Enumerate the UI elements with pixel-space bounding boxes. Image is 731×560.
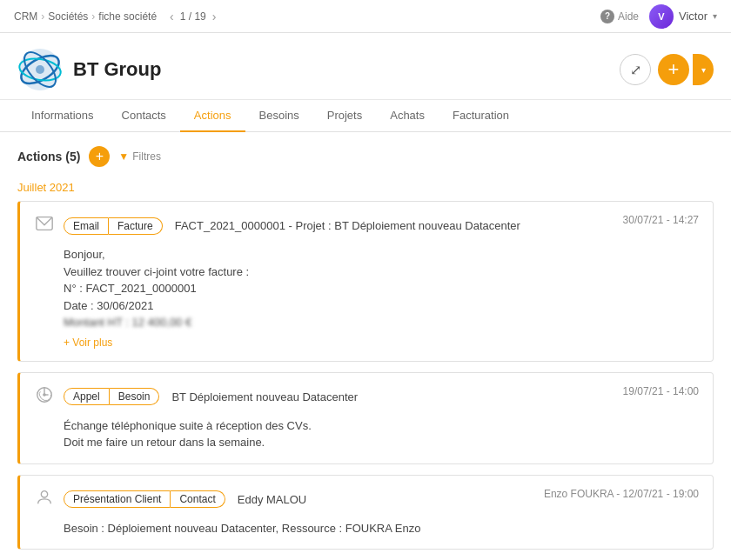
action-card-header: EmailFacture FACT_2021_0000001 - Projet …: [34, 214, 699, 237]
svg-point-10: [41, 490, 47, 497]
share-icon: ⤢: [630, 62, 641, 78]
add-button[interactable]: +: [658, 54, 689, 85]
action-appel-body: Échange téléphonique suite à réception d…: [34, 417, 699, 451]
appel-line2: Doit me faire un retour dans la semaine.: [64, 434, 699, 451]
action-email-date: 30/07/21 - 14:27: [623, 214, 699, 226]
actions-title: Actions (5): [17, 150, 80, 163]
appel-line1: Échange téléphonique suite à réception d…: [64, 417, 699, 435]
tag-appel-primary: Appel: [64, 388, 110, 405]
sep2: ›: [91, 10, 95, 23]
breadcrumb-current: fiche société: [98, 10, 157, 23]
next-button[interactable]: ›: [210, 10, 219, 23]
tag-appel-secondary: Besoin: [110, 388, 160, 405]
action-card-left: EmailFacture FACT_2021_0000001 - Projet …: [34, 214, 520, 237]
tab-facturation[interactable]: Facturation: [439, 100, 523, 132]
avatar: V: [649, 4, 674, 29]
action-card-appel-header: AppelBesoin BT Déploiement nouveau Datac…: [34, 385, 699, 409]
tab-besoins[interactable]: Besoins: [245, 100, 313, 132]
tab-informations[interactable]: Informations: [17, 100, 108, 132]
action-presentation-desc: Eddy MALOU: [238, 493, 306, 506]
filter-button[interactable]: ▼ Filtres: [118, 150, 161, 163]
email-icon: [34, 214, 55, 237]
share-button[interactable]: ⤢: [620, 54, 651, 85]
breadcrumb: CRM › Sociétés › fiche société ‹ 1 / 19 …: [14, 10, 218, 23]
breadcrumb-counter: 1 / 19: [180, 10, 206, 23]
email-line3: N° : FACT_2021_0000001: [64, 280, 699, 297]
add-action-button[interactable]: +: [89, 146, 110, 167]
tag-wrapper-appel: AppelBesoin: [64, 388, 159, 405]
company-info: BT Group: [17, 47, 161, 92]
company-logo: [17, 47, 63, 92]
action-appel-date: 19/07/21 - 14:00: [623, 385, 699, 397]
chevron-down-icon: ▾: [701, 65, 706, 75]
help-button[interactable]: ? Aide: [600, 10, 639, 23]
svg-point-4: [36, 65, 44, 74]
action-card-presentation-header: Présentation ClientContact Eddy MALOU En…: [34, 488, 699, 511]
person-icon: [34, 488, 55, 511]
tag-wrapper-presentation: Présentation ClientContact: [64, 490, 225, 508]
tag-presentation-primary: Présentation Client: [64, 490, 171, 508]
user-menu-button[interactable]: V Victor ▾: [649, 4, 717, 29]
svg-point-9: [43, 393, 46, 397]
tab-actions[interactable]: Actions: [180, 100, 245, 132]
email-line1: Bonjour,: [64, 246, 699, 263]
email-line2: Veuillez trouver ci-joint votre facture …: [64, 263, 699, 281]
phone-icon: [34, 385, 55, 409]
top-bar: CRM › Sociétés › fiche société ‹ 1 / 19 …: [0, 0, 731, 33]
action-presentation-body: Besoin : Déploiement nouveau Datacenter,…: [34, 520, 699, 537]
action-card-presentation-left: Présentation ClientContact Eddy MALOU: [34, 488, 306, 511]
tab-bar: Informations Contacts Actions Besoins Pr…: [0, 100, 731, 132]
add-dropdown-button[interactable]: ▾: [693, 54, 714, 85]
see-more-button-email[interactable]: + Voir plus: [64, 337, 112, 349]
actions-header: Actions (5) + ▼ Filtres: [17, 146, 714, 167]
action-card-presentation: Présentation ClientContact Eddy MALOU En…: [17, 475, 714, 550]
action-appel-desc: BT Déploiement nouveau Datacenter: [171, 390, 358, 403]
filter-icon: ▼: [118, 150, 129, 163]
user-name: Victor: [679, 10, 708, 23]
tab-contacts[interactable]: Contacts: [108, 100, 180, 132]
action-email-body: Bonjour, Veuillez trouver ci-joint votre…: [34, 246, 699, 349]
filter-label: Filtres: [132, 150, 161, 163]
breadcrumb-crm[interactable]: CRM: [14, 10, 37, 23]
actions-section: Actions (5) + ▼ Filtres Juillet 2021 Ema…: [0, 132, 731, 560]
action-card-appel-left: AppelBesoin BT Déploiement nouveau Datac…: [34, 385, 358, 409]
plus-icon: +: [668, 58, 680, 81]
breadcrumb-nav: ‹ 1 / 19 ›: [167, 10, 218, 23]
breadcrumb-societes[interactable]: Sociétés: [48, 10, 88, 23]
tab-projets[interactable]: Projets: [313, 100, 376, 132]
top-right-bar: ? Aide V Victor ▾: [600, 4, 717, 29]
tag-presentation-secondary: Contact: [171, 490, 225, 508]
tag-email-primary: Email: [64, 217, 109, 235]
month-group-label: Juillet 2021: [17, 181, 714, 194]
tab-achats[interactable]: Achats: [376, 100, 439, 132]
help-icon: ?: [600, 10, 614, 23]
action-card-appel: AppelBesoin BT Déploiement nouveau Datac…: [17, 372, 714, 464]
action-email-desc: FACT_2021_0000001 - Projet : BT Déploiem…: [175, 219, 520, 232]
tag-wrapper-email: EmailFacture: [64, 217, 163, 235]
action-presentation-date: Enzo FOUKRA - 12/07/21 - 19:00: [544, 488, 699, 500]
tag-email-secondary: Facture: [109, 217, 163, 235]
company-name: BT Group: [73, 58, 161, 81]
company-actions: ⤢ + ▾: [620, 54, 714, 85]
company-header: BT Group ⤢ + ▾: [0, 33, 731, 100]
presentation-line1: Besoin : Déploiement nouveau Datacenter,…: [64, 520, 699, 537]
action-card-email: EmailFacture FACT_2021_0000001 - Projet …: [17, 201, 714, 362]
chevron-down-icon: ▾: [713, 11, 717, 21]
prev-button[interactable]: ‹: [167, 10, 177, 23]
sep1: ›: [41, 10, 44, 23]
help-label: Aide: [618, 10, 639, 23]
email-line5: Montant HT : 12 400,00 €: [64, 314, 699, 331]
email-line4: Date : 30/06/2021: [64, 297, 699, 315]
